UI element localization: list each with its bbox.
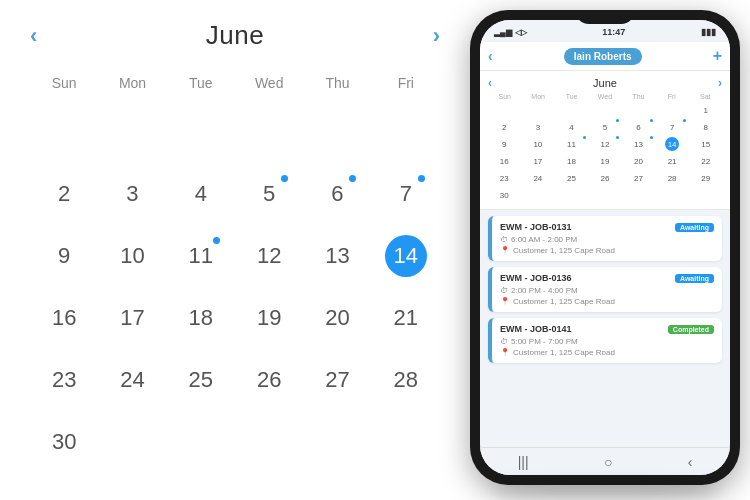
mini-cal-cell[interactable]: 11 — [555, 136, 588, 152]
mini-cal-prev-button[interactable]: ‹ — [488, 76, 492, 90]
event-dot — [349, 175, 356, 182]
mini-cal-cell[interactable]: 5 — [589, 119, 622, 135]
mini-cal-cell[interactable]: 23 — [488, 170, 521, 186]
mini-cal-cell[interactable]: 7 — [656, 119, 689, 135]
cal-cell[interactable]: 23 — [30, 349, 98, 411]
mini-cal-cell[interactable]: 30 — [488, 187, 521, 203]
mini-cal-next-button[interactable]: › — [718, 76, 722, 90]
cal-day-number: 10 — [111, 235, 153, 277]
mini-cal-cell[interactable]: 18 — [555, 153, 588, 169]
mini-cal-cell — [589, 102, 622, 118]
cal-cell — [303, 101, 371, 163]
job-item[interactable]: EWM - JOB-0141 Completed ⏱ 5:00 PM - 7:0… — [488, 318, 722, 363]
mini-cal-cell[interactable]: 2 — [488, 119, 521, 135]
cal-day-number: 7 — [385, 173, 427, 215]
job-location: 📍 Customer 1, 125 Cape Road — [500, 246, 714, 255]
cal-cell[interactable]: 2 — [30, 163, 98, 225]
cal-cell[interactable]: 27 — [303, 349, 371, 411]
cal-cell[interactable]: 11 — [167, 225, 235, 287]
phone-add-button[interactable]: + — [713, 47, 722, 65]
phone-back-nav-button[interactable]: ‹ — [688, 454, 693, 470]
cal-cell[interactable]: 14 — [372, 225, 440, 287]
cal-cell[interactable]: 10 — [98, 225, 166, 287]
job-item[interactable]: EWM - JOB-0136 Awaiting ⏱ 2:00 PM - 4:00… — [488, 267, 722, 312]
mini-cal-cell[interactable]: 27 — [622, 170, 655, 186]
mini-cal-cell[interactable]: 14 — [656, 136, 689, 152]
mini-cal-cell[interactable]: 1 — [689, 102, 722, 118]
mini-cal-cell[interactable]: 24 — [522, 170, 555, 186]
cal-cell[interactable]: 13 — [303, 225, 371, 287]
cal-day-number: 30 — [43, 421, 85, 463]
cal-cell[interactable]: 3 — [98, 163, 166, 225]
cal-cell[interactable]: 19 — [235, 287, 303, 349]
cal-cell[interactable]: 28 — [372, 349, 440, 411]
cal-cell — [372, 411, 440, 473]
cal-cell[interactable]: 25 — [167, 349, 235, 411]
mini-cal-cell[interactable]: 29 — [689, 170, 722, 186]
mini-cal-cell[interactable]: 17 — [522, 153, 555, 169]
cal-day-number: 19 — [248, 297, 290, 339]
mini-cal-cell[interactable]: 20 — [622, 153, 655, 169]
cal-cell[interactable]: 6 — [303, 163, 371, 225]
cal-cell[interactable]: 12 — [235, 225, 303, 287]
cal-cell[interactable]: 7 — [372, 163, 440, 225]
calendar-next-button[interactable]: › — [433, 23, 440, 49]
cal-cell[interactable]: 5 — [235, 163, 303, 225]
mini-cal-cell[interactable]: 10 — [522, 136, 555, 152]
mini-cal-cell[interactable]: 3 — [522, 119, 555, 135]
job-list: EWM - JOB-0131 Awaiting ⏱ 6:00 AM - 2:00… — [480, 210, 730, 369]
cal-cell — [98, 411, 166, 473]
cal-cell[interactable]: 18 — [167, 287, 235, 349]
mini-cal-cell — [656, 102, 689, 118]
mini-cal-cell[interactable]: 28 — [656, 170, 689, 186]
cal-day-number: 27 — [316, 359, 358, 401]
cal-cell[interactable]: 30 — [30, 411, 98, 473]
mini-event-dot — [616, 119, 619, 122]
mini-cal-cell[interactable]: 21 — [656, 153, 689, 169]
mini-cal-cell[interactable]: 25 — [555, 170, 588, 186]
cal-cell[interactable]: 24 — [98, 349, 166, 411]
calendar-prev-button[interactable]: ‹ — [30, 23, 37, 49]
cal-day-number: 13 — [316, 235, 358, 277]
job-item[interactable]: EWM - JOB-0131 Awaiting ⏱ 6:00 AM - 2:00… — [488, 216, 722, 261]
mini-cal-cell[interactable]: 16 — [488, 153, 521, 169]
day-name-mon: Mon — [98, 69, 166, 97]
phone-mockup: ▂▄▆ ◁▷ 11:47 ▮▮▮ ‹ Iain Roberts + ‹ June… — [470, 10, 740, 490]
location-icon: 📍 — [500, 348, 510, 357]
cal-day-number: 2 — [43, 173, 85, 215]
mini-cal-cell[interactable]: 4 — [555, 119, 588, 135]
job-id: EWM - JOB-0131 — [500, 222, 572, 232]
cal-day-number: 4 — [180, 173, 222, 215]
cal-cell[interactable]: 16 — [30, 287, 98, 349]
mini-cal-cell[interactable]: 13 — [622, 136, 655, 152]
cal-cell[interactable]: 17 — [98, 287, 166, 349]
cal-cell[interactable]: 4 — [167, 163, 235, 225]
mini-cal-cell[interactable]: 12 — [589, 136, 622, 152]
mini-cal-cell[interactable]: 8 — [689, 119, 722, 135]
phone-back-button[interactable]: ‹ — [488, 48, 493, 64]
cal-cell[interactable]: 20 — [303, 287, 371, 349]
mini-cal-cell[interactable]: 15 — [689, 136, 722, 152]
battery-icon: ▮▮▮ — [701, 27, 716, 37]
job-location: 📍 Customer 1, 125 Cape Road — [500, 297, 714, 306]
phone-home-button[interactable]: ○ — [604, 454, 612, 470]
phone-menu-button[interactable]: ||| — [518, 454, 529, 470]
mini-cal-cell[interactable]: 19 — [589, 153, 622, 169]
job-header: EWM - JOB-0136 Awaiting — [500, 273, 714, 283]
cal-cell[interactable]: 26 — [235, 349, 303, 411]
mini-cal-cell[interactable]: 9 — [488, 136, 521, 152]
cal-cell — [372, 101, 440, 163]
phone-shadow — [490, 482, 720, 498]
clock-icon: ⏱ — [500, 286, 508, 295]
mini-cal-cell[interactable]: 6 — [622, 119, 655, 135]
job-location-text: Customer 1, 125 Cape Road — [513, 297, 615, 306]
mini-cal-cell[interactable]: 22 — [689, 153, 722, 169]
mini-selected-day: 14 — [665, 137, 679, 151]
day-name-thu: Thu — [303, 69, 371, 97]
mini-cal-cell[interactable]: 26 — [589, 170, 622, 186]
cal-cell — [30, 101, 98, 163]
cal-cell[interactable]: 9 — [30, 225, 98, 287]
mini-day-mon: Mon — [521, 93, 554, 100]
cal-cell[interactable]: 21 — [372, 287, 440, 349]
mini-cal-cell — [689, 187, 722, 203]
